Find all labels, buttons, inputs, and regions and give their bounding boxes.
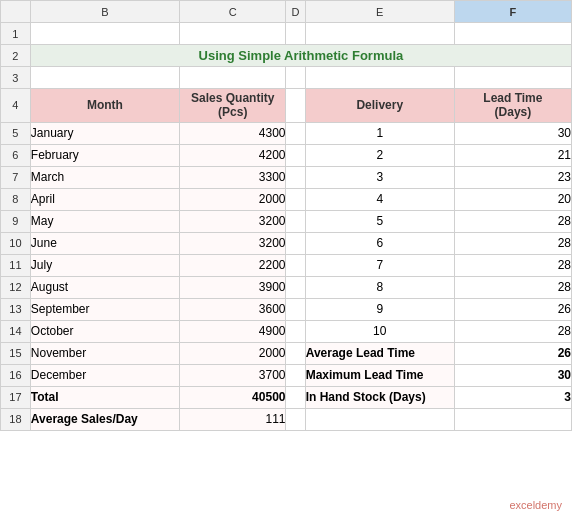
- month-february[interactable]: February: [30, 144, 179, 166]
- cell-d5: [286, 122, 305, 144]
- qty-february[interactable]: 4200: [179, 144, 286, 166]
- delivery-7[interactable]: 7: [305, 254, 454, 276]
- cell-c3[interactable]: [179, 67, 286, 89]
- qty-october[interactable]: 4900: [179, 320, 286, 342]
- row-10-header: 10: [1, 232, 31, 254]
- month-september[interactable]: September: [30, 298, 179, 320]
- col-header-f[interactable]: F: [454, 1, 571, 23]
- cell-f3[interactable]: [454, 67, 571, 89]
- avg-lead-label: Average Lead Time: [305, 342, 454, 364]
- month-october[interactable]: October: [30, 320, 179, 342]
- cell-d16: [286, 364, 305, 386]
- delivery-5[interactable]: 5: [305, 210, 454, 232]
- cell-d17: [286, 386, 305, 408]
- qty-april[interactable]: 2000: [179, 188, 286, 210]
- row-1-header: 1: [1, 23, 31, 45]
- cell-e3[interactable]: [305, 67, 454, 89]
- row-5-header: 5: [1, 122, 31, 144]
- lead-10[interactable]: 28: [454, 320, 571, 342]
- cell-d1[interactable]: [286, 23, 305, 45]
- col-header-b[interactable]: B: [30, 1, 179, 23]
- row-2-header: 2: [1, 45, 31, 67]
- cell-f1[interactable]: [454, 23, 571, 45]
- row-17-header: 17: [1, 386, 31, 408]
- avg-lead-val: 26: [454, 342, 571, 364]
- lead-6[interactable]: 28: [454, 232, 571, 254]
- row-16-header: 16: [1, 364, 31, 386]
- cell-b3[interactable]: [30, 67, 179, 89]
- month-november[interactable]: November: [30, 342, 179, 364]
- sales-qty-header: Sales Quantity(Pcs): [179, 89, 286, 123]
- col-header-d[interactable]: D: [286, 1, 305, 23]
- month-april[interactable]: April: [30, 188, 179, 210]
- corner-header: [1, 1, 31, 23]
- cell-e18: [305, 408, 454, 430]
- qty-august[interactable]: 3900: [179, 276, 286, 298]
- lead-2[interactable]: 21: [454, 144, 571, 166]
- delivery-6[interactable]: 6: [305, 232, 454, 254]
- qty-june[interactable]: 3200: [179, 232, 286, 254]
- lead-9[interactable]: 26: [454, 298, 571, 320]
- cell-d4: [286, 89, 305, 123]
- qty-march[interactable]: 3300: [179, 166, 286, 188]
- delivery-2[interactable]: 2: [305, 144, 454, 166]
- cell-d6: [286, 144, 305, 166]
- row-15-header: 15: [1, 342, 31, 364]
- cell-b1[interactable]: [30, 23, 179, 45]
- cell-d8: [286, 188, 305, 210]
- cell-d9: [286, 210, 305, 232]
- lead-4[interactable]: 20: [454, 188, 571, 210]
- lead-8[interactable]: 28: [454, 276, 571, 298]
- cell-d15: [286, 342, 305, 364]
- lead-5[interactable]: 28: [454, 210, 571, 232]
- qty-september[interactable]: 3600: [179, 298, 286, 320]
- col-header-e[interactable]: E: [305, 1, 454, 23]
- month-header: Month: [30, 89, 179, 123]
- row-11-header: 11: [1, 254, 31, 276]
- total-label: Total: [30, 386, 179, 408]
- qty-may[interactable]: 3200: [179, 210, 286, 232]
- lead-time-header: Lead Time(Days): [454, 89, 571, 123]
- lead-3[interactable]: 23: [454, 166, 571, 188]
- row-18-header: 18: [1, 408, 31, 430]
- row-3-header: 3: [1, 67, 31, 89]
- row-6-header: 6: [1, 144, 31, 166]
- month-june[interactable]: June: [30, 232, 179, 254]
- qty-july[interactable]: 2200: [179, 254, 286, 276]
- qty-november[interactable]: 2000: [179, 342, 286, 364]
- spreadsheet-title: Using Simple Arithmetic Formula: [199, 48, 404, 63]
- lead-7[interactable]: 28: [454, 254, 571, 276]
- month-july[interactable]: July: [30, 254, 179, 276]
- month-december[interactable]: December: [30, 364, 179, 386]
- delivery-1[interactable]: 1: [305, 122, 454, 144]
- in-hand-label: In Hand Stock (Days): [305, 386, 454, 408]
- delivery-4[interactable]: 4: [305, 188, 454, 210]
- cell-e1[interactable]: [305, 23, 454, 45]
- avg-sales-val: 111: [179, 408, 286, 430]
- delivery-10[interactable]: 10: [305, 320, 454, 342]
- in-hand-val: 3: [454, 386, 571, 408]
- cell-d18: [286, 408, 305, 430]
- col-header-c[interactable]: C: [179, 1, 286, 23]
- delivery-8[interactable]: 8: [305, 276, 454, 298]
- lead-1[interactable]: 30: [454, 122, 571, 144]
- delivery-3[interactable]: 3: [305, 166, 454, 188]
- cell-d7: [286, 166, 305, 188]
- qty-january[interactable]: 4300: [179, 122, 286, 144]
- month-january[interactable]: January: [30, 122, 179, 144]
- avg-sales-label: Average Sales/Day: [30, 408, 179, 430]
- cell-d14: [286, 320, 305, 342]
- cell-d11: [286, 254, 305, 276]
- row-8-header: 8: [1, 188, 31, 210]
- delivery-9[interactable]: 9: [305, 298, 454, 320]
- qty-december[interactable]: 3700: [179, 364, 286, 386]
- month-august[interactable]: August: [30, 276, 179, 298]
- cell-d3[interactable]: [286, 67, 305, 89]
- watermark: exceldemy: [509, 499, 562, 511]
- cell-c1[interactable]: [179, 23, 286, 45]
- cell-d12: [286, 276, 305, 298]
- title-cell: Using Simple Arithmetic Formula: [30, 45, 571, 67]
- month-march[interactable]: March: [30, 166, 179, 188]
- row-4-header: 4: [1, 89, 31, 123]
- month-may[interactable]: May: [30, 210, 179, 232]
